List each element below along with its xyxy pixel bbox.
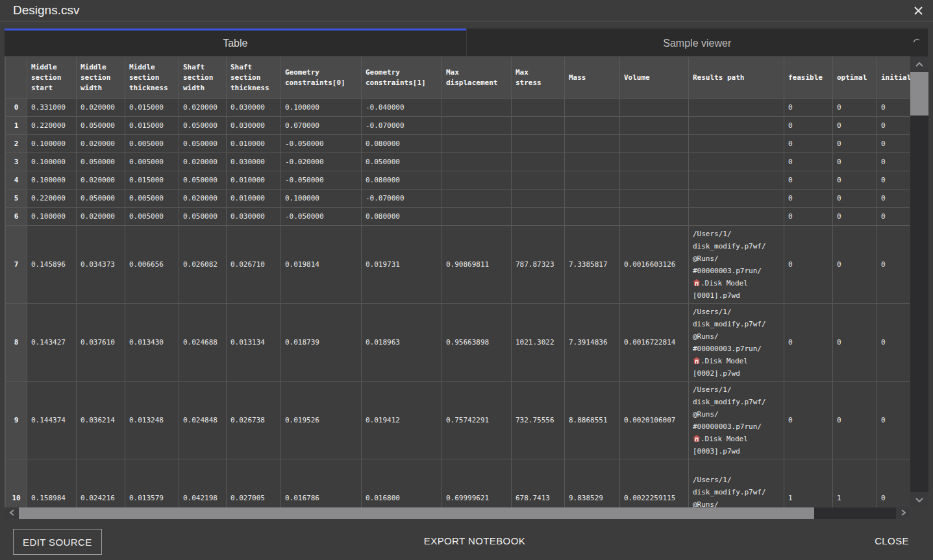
table-row: 90.1443740.0362140.0132480.0248480.02673… xyxy=(6,382,912,459)
cell: 0.015000 xyxy=(125,171,179,189)
cell: 0.020000 xyxy=(77,135,125,153)
cell: 7.3914836 xyxy=(565,304,620,382)
export-notebook-button[interactable]: EXPORT NOTEBOOK xyxy=(424,535,525,546)
cell: 0.050000 xyxy=(179,135,227,153)
corner-arc-icon xyxy=(912,34,921,46)
vertical-scrollbar[interactable] xyxy=(910,56,928,507)
cell: 0.90869811 xyxy=(442,226,512,304)
cell: 0.0016603126 xyxy=(620,226,689,304)
cell xyxy=(442,208,512,226)
cell: 0.050000 xyxy=(77,153,125,171)
horizontal-scrollbar[interactable] xyxy=(5,507,910,519)
cell: 0.024848 xyxy=(179,382,227,459)
cell: -0.050000 xyxy=(281,171,362,189)
results-path-cell xyxy=(689,153,784,171)
cell: 0.050000 xyxy=(77,117,125,135)
results-path-cell: /Users/1/ disk_modify.p7wf/ @Runs/ #0000… xyxy=(689,304,784,382)
cell: 0.0020106007 xyxy=(620,382,689,459)
cell: -0.070000 xyxy=(362,189,442,208)
header-row: Middle section startMiddle section width… xyxy=(6,57,912,99)
cell: 0.69999621 xyxy=(442,459,512,508)
column-header: Volume xyxy=(620,57,689,99)
cell: 0.030000 xyxy=(227,153,281,171)
cell: 0 xyxy=(784,117,833,135)
column-header: Middle section width xyxy=(77,57,125,99)
cell: 787.87323 xyxy=(512,226,565,304)
cell: 8.8868551 xyxy=(565,382,620,459)
cell xyxy=(512,171,565,189)
cell: 0.019814 xyxy=(281,226,362,304)
cell: 0.030000 xyxy=(227,99,281,117)
cell: -0.050000 xyxy=(281,135,362,153)
cell: 0 xyxy=(877,382,912,459)
cell: 0.026710 xyxy=(227,226,281,304)
cell: 0.020000 xyxy=(179,153,227,171)
cell: 0.95663898 xyxy=(442,304,512,382)
results-path-cell xyxy=(689,135,784,153)
cell: 0 xyxy=(833,135,877,153)
column-header: Geometry constraints[0] xyxy=(281,57,362,99)
tab-sample-viewer[interactable]: Sample viewer xyxy=(467,29,928,56)
cell xyxy=(442,171,512,189)
cell: 0.013134 xyxy=(227,304,281,382)
cell: 0 xyxy=(784,304,833,382)
scroll-right-button[interactable] xyxy=(896,507,910,519)
cell: 0.010000 xyxy=(227,135,281,153)
close-icon[interactable] xyxy=(912,4,925,18)
cell: 0.005000 xyxy=(125,208,179,226)
cell: 678.7413 xyxy=(512,459,565,508)
scroll-up-button[interactable] xyxy=(910,56,928,72)
cell: 0 xyxy=(877,189,912,208)
cell: 0.050000 xyxy=(179,117,227,135)
cell: 0.037610 xyxy=(77,304,125,382)
table-row: 70.1458960.0343730.0066560.0260820.02671… xyxy=(6,226,912,304)
cell: 0.016786 xyxy=(281,459,362,508)
cell: 0 xyxy=(833,189,877,208)
cell xyxy=(512,208,565,226)
cell xyxy=(620,171,689,189)
scroll-down-button[interactable] xyxy=(910,492,928,507)
cell: 0 xyxy=(877,117,912,135)
cell: 1 xyxy=(784,459,833,508)
tab-table[interactable]: Table xyxy=(5,29,466,56)
cell: 0.100000 xyxy=(281,189,362,208)
cell: 0.036214 xyxy=(77,382,125,459)
results-path-cell: /Users/1/ disk_modify.p7wf/ @Runs/ #0000… xyxy=(689,226,784,304)
cell: 0.080000 xyxy=(362,208,442,226)
scroll-left-button[interactable] xyxy=(5,507,19,519)
cell: 1021.3022 xyxy=(512,304,565,382)
cell: 0.005000 xyxy=(125,153,179,171)
cell: 0.143427 xyxy=(27,304,77,382)
cell: 0.030000 xyxy=(227,117,281,135)
tab-sample-viewer-label: Sample viewer xyxy=(663,38,731,49)
cell: 0.050000 xyxy=(179,208,227,226)
cell xyxy=(620,189,689,208)
house-icon xyxy=(693,435,701,442)
cell: 0.145896 xyxy=(27,226,77,304)
cell xyxy=(512,117,565,135)
cell: 0 xyxy=(784,208,833,226)
cell: 0.100000 xyxy=(27,171,77,189)
chevron-down-icon xyxy=(915,494,924,505)
cell xyxy=(512,99,565,117)
column-header: Middle section thickness xyxy=(125,57,179,99)
column-header: Max displacement xyxy=(442,57,512,99)
table-row: 00.3310000.0200000.0150000.0200000.03000… xyxy=(6,99,912,117)
horizontal-scrollbar-thumb[interactable] xyxy=(19,507,814,519)
edit-source-button[interactable]: EDIT SOURCE xyxy=(13,529,102,555)
cell: 0.070000 xyxy=(281,117,362,135)
cell xyxy=(565,189,620,208)
chevron-left-icon xyxy=(9,507,15,519)
cell xyxy=(565,153,620,171)
results-path-cell: /Users/1/ disk_modify.p7wf/ @Runs/ #0000… xyxy=(689,459,784,508)
cell xyxy=(565,99,620,117)
cell: 0.100000 xyxy=(281,99,362,117)
cell: 0 xyxy=(833,117,877,135)
tab-table-label: Table xyxy=(223,38,247,49)
cell: 0.080000 xyxy=(362,171,442,189)
close-button[interactable]: CLOSE xyxy=(875,535,909,546)
column-header: Mass xyxy=(565,57,620,99)
column-header: feasible xyxy=(784,57,833,99)
vertical-scrollbar-thumb[interactable] xyxy=(910,72,928,116)
cell: -0.020000 xyxy=(281,153,362,171)
